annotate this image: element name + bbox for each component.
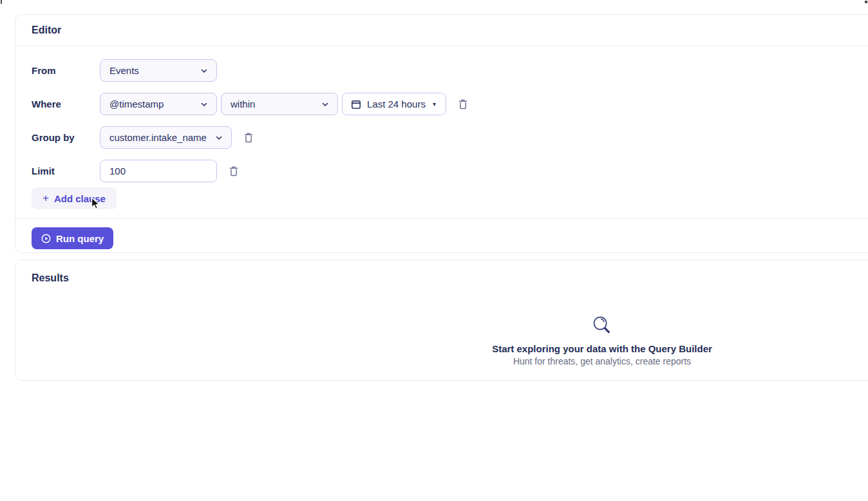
- magnifier-icon: [590, 314, 614, 337]
- delete-where-clause-button[interactable]: [457, 97, 469, 111]
- where-operator-value: within: [231, 99, 255, 109]
- editor-header: Editor: [15, 15, 868, 46]
- editor-footer-divider: [15, 218, 868, 219]
- from-label: From: [32, 65, 96, 76]
- limit-input[interactable]: [100, 160, 217, 182]
- trash-icon: [243, 132, 254, 144]
- empty-state-title: Start exploring your data with the Query…: [492, 343, 712, 354]
- query-editor-card: Editor From Events Where @timestamp with…: [15, 14, 868, 253]
- group-by-value: customer.intake_name: [109, 132, 207, 143]
- time-range-picker[interactable]: Last 24 hours ▾: [342, 93, 446, 115]
- chevron-down-icon: [215, 134, 223, 142]
- delete-group-by-clause-button[interactable]: [242, 131, 255, 145]
- group-by-select[interactable]: customer.intake_name: [100, 126, 232, 149]
- where-field-select[interactable]: @timestamp: [100, 93, 217, 115]
- limit-clause-row: Limit: [32, 160, 240, 182]
- run-query-label: Run query: [56, 233, 104, 244]
- results-title: Results: [32, 272, 69, 284]
- where-clause-row: Where @timestamp within Last 24 hours ▾: [32, 93, 469, 115]
- run-query-button[interactable]: Run query: [32, 227, 113, 249]
- trash-icon: [229, 165, 239, 177]
- results-empty-state: Start exploring your data with the Query…: [492, 314, 712, 366]
- editor-title: Editor: [32, 24, 61, 36]
- from-clause-row: From Events: [32, 59, 217, 82]
- add-clause-button[interactable]: + Add clause: [32, 187, 117, 209]
- trash-icon: [458, 99, 468, 110]
- where-field-value: @timestamp: [109, 99, 164, 109]
- crop-artifact: [865, 1, 867, 3]
- caret-down-icon: ▾: [433, 100, 436, 108]
- crop-artifact: [1, 0, 2, 4]
- group-by-clause-row: Group by customer.intake_name: [32, 126, 255, 149]
- play-circle-icon: [41, 234, 51, 243]
- delete-limit-clause-button[interactable]: [227, 164, 240, 178]
- time-range-value: Last 24 hours: [367, 99, 426, 109]
- chevron-down-icon: [200, 100, 208, 108]
- empty-state-subtitle: Hunt for threats, get analytics, create …: [513, 356, 691, 366]
- from-select[interactable]: Events: [100, 59, 217, 82]
- calendar-icon: [351, 99, 361, 109]
- where-operator-select[interactable]: within: [221, 93, 338, 115]
- where-label: Where: [32, 99, 96, 109]
- chevron-down-icon: [321, 100, 329, 108]
- from-select-value: Events: [109, 65, 139, 76]
- plus-icon: +: [42, 193, 49, 203]
- add-clause-label: Add clause: [54, 193, 106, 204]
- group-by-label: Group by: [32, 132, 96, 143]
- results-card: Results Start exploring your data with t…: [15, 260, 868, 381]
- chevron-down-icon: [200, 67, 208, 75]
- limit-label: Limit: [32, 165, 96, 176]
